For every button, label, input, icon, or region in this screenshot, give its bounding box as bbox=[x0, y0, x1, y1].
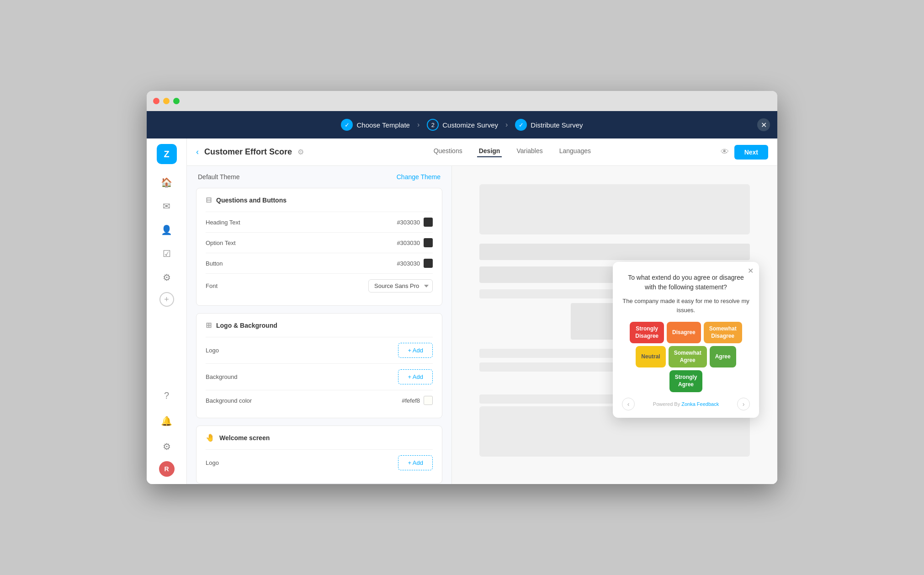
tab-languages[interactable]: Languages bbox=[558, 147, 593, 157]
heading-text-hex: #303030 bbox=[397, 219, 420, 226]
sub-header-tabs: Questions Design Variables Languages bbox=[432, 147, 593, 157]
option-somewhat-agree[interactable]: SomewhatAgree bbox=[669, 346, 707, 367]
option-text-row: Option Text #303030 bbox=[206, 232, 433, 253]
tab-design[interactable]: Design bbox=[477, 147, 502, 157]
option-strongly-disagree[interactable]: StronglyDisagree bbox=[630, 322, 664, 343]
next-button[interactable]: Next bbox=[734, 145, 768, 160]
sidebar-item-messages[interactable]: ✉ bbox=[156, 195, 178, 217]
theme-header: Default Theme Change Theme bbox=[196, 173, 442, 181]
sidebar-avatar[interactable]: R bbox=[159, 461, 175, 477]
option-strongly-agree[interactable]: StronglyAgree bbox=[669, 370, 703, 392]
popup-sub-question: The company made it easy for me to resol… bbox=[622, 297, 750, 314]
font-value: Source Sans Pro Roboto Open Sans bbox=[368, 279, 433, 293]
background-color-swatch[interactable] bbox=[424, 396, 433, 405]
sidebar-item-settings[interactable]: ⚙ bbox=[156, 436, 178, 458]
logo-background-card: ⊞ Logo & Background Logo + Add Backgroun… bbox=[196, 313, 442, 418]
step-customize-survey[interactable]: 2 Customize Survey bbox=[427, 119, 498, 131]
survey-popup: ✕ To what extend do you agree or disagre… bbox=[613, 262, 759, 418]
tab-variables[interactable]: Variables bbox=[515, 147, 544, 157]
sidebar-item-integrations[interactable]: ⚙ bbox=[156, 266, 178, 288]
sidebar-logo: Z bbox=[157, 144, 177, 164]
welcome-screen-header: 🤚 Welcome screen bbox=[206, 433, 433, 442]
sidebar-item-help[interactable]: ? bbox=[156, 384, 178, 406]
option-neutral[interactable]: Neutral bbox=[636, 346, 665, 367]
option-agree[interactable]: Agree bbox=[710, 346, 736, 367]
background-color-hex: #fefef8 bbox=[402, 397, 420, 404]
heading-text-label: Heading Text bbox=[206, 219, 240, 226]
heading-text-row: Heading Text #303030 bbox=[206, 212, 433, 232]
sidebar: Z 🏠 ✉ 👤 ☑ ⚙ + ? 🔔 ⚙ R bbox=[147, 138, 187, 484]
background-color-label: Background color bbox=[206, 397, 252, 404]
option-text-hex: #303030 bbox=[397, 240, 420, 246]
tab-questions[interactable]: Questions bbox=[432, 147, 464, 157]
popup-prev-button[interactable]: ‹ bbox=[622, 398, 635, 410]
minimize-button[interactable] bbox=[163, 98, 170, 104]
button-label: Button bbox=[206, 260, 223, 267]
mac-window: ✓ Choose Template › 2 Customize Survey ›… bbox=[147, 91, 777, 484]
popup-options: StronglyDisagree Disagree SomewhatDisagr… bbox=[622, 322, 750, 392]
sidebar-item-notifications[interactable]: 🔔 bbox=[156, 410, 178, 432]
sub-header-left: ‹ Customer Effort Score ⚙ bbox=[196, 147, 304, 157]
app-body: ✓ Choose Template › 2 Customize Survey ›… bbox=[147, 111, 777, 484]
step3-check-icon: ✓ bbox=[515, 119, 527, 131]
step3-label: Distribute Survey bbox=[531, 121, 583, 129]
step2-label: Customize Survey bbox=[442, 121, 498, 129]
logo-background-title: Logo & Background bbox=[216, 322, 277, 329]
step-distribute-survey[interactable]: ✓ Distribute Survey bbox=[515, 119, 583, 131]
settings-icon[interactable]: ⚙ bbox=[297, 148, 304, 156]
welcome-logo-add-button[interactable]: + Add bbox=[398, 455, 433, 470]
topnav-close-button[interactable]: ✕ bbox=[757, 118, 770, 131]
back-button[interactable]: ‹ bbox=[196, 147, 199, 157]
maximize-button[interactable] bbox=[173, 98, 180, 104]
sidebar-add-button[interactable]: + bbox=[159, 292, 174, 307]
sidebar-item-contacts[interactable]: 👤 bbox=[156, 219, 178, 241]
mock-block-1 bbox=[479, 184, 750, 234]
mac-titlebar bbox=[147, 91, 777, 111]
option-disagree[interactable]: Disagree bbox=[667, 322, 701, 343]
font-label: Font bbox=[206, 282, 218, 289]
step2-number: 2 bbox=[427, 119, 439, 131]
page-title: Customer Effort Score bbox=[204, 147, 292, 157]
option-text-label: Option Text bbox=[206, 240, 236, 246]
step-choose-template[interactable]: ✓ Choose Template bbox=[341, 119, 409, 131]
popup-footer: ‹ Powered By Zonka Feedback › bbox=[622, 398, 750, 410]
popup-powered: Powered By Zonka Feedback bbox=[635, 401, 737, 407]
questions-buttons-icon: ⊟ bbox=[206, 196, 212, 204]
button-row: Button #303030 bbox=[206, 253, 433, 273]
background-label: Background bbox=[206, 373, 237, 380]
preview-panel: ✕ To what extend do you agree or disagre… bbox=[452, 166, 777, 484]
two-col: Default Theme Change Theme ⊟ Questions a… bbox=[187, 166, 777, 484]
button-hex: #303030 bbox=[397, 260, 420, 267]
main-content: Z 🏠 ✉ 👤 ☑ ⚙ + ? 🔔 ⚙ R ‹ bbox=[147, 138, 777, 484]
change-theme-button[interactable]: Change Theme bbox=[397, 173, 441, 181]
option-text-value: #303030 bbox=[397, 238, 433, 247]
mock-line-1 bbox=[479, 244, 750, 260]
welcome-screen-card: 🤚 Welcome screen Logo + Add bbox=[196, 426, 442, 484]
popup-close-button[interactable]: ✕ bbox=[748, 266, 754, 275]
popup-next-button[interactable]: › bbox=[737, 398, 750, 410]
logo-background-icon: ⊞ bbox=[206, 321, 212, 330]
questions-buttons-card: ⊟ Questions and Buttons Heading Text #30… bbox=[196, 188, 442, 306]
logo-label: Logo bbox=[206, 347, 219, 354]
font-row: Font Source Sans Pro Roboto Open Sans bbox=[206, 273, 433, 298]
preview-icon[interactable]: 👁 bbox=[721, 147, 729, 157]
font-select[interactable]: Source Sans Pro Roboto Open Sans bbox=[368, 279, 433, 293]
background-add-button[interactable]: + Add bbox=[398, 369, 433, 384]
background-color-row: Background color #fefef8 bbox=[206, 390, 433, 410]
powered-by-link[interactable]: Zonka Feedback bbox=[681, 401, 719, 407]
settings-panel: Default Theme Change Theme ⊟ Questions a… bbox=[187, 166, 452, 484]
option-somewhat-disagree[interactable]: SomewhatDisagree bbox=[704, 322, 742, 343]
logo-add-button[interactable]: + Add bbox=[398, 343, 433, 358]
option-text-swatch[interactable] bbox=[424, 238, 433, 247]
welcome-screen-icon: 🤚 bbox=[206, 433, 215, 442]
button-value: #303030 bbox=[397, 259, 433, 268]
close-button[interactable] bbox=[153, 98, 159, 104]
separator-1: › bbox=[417, 121, 420, 129]
welcome-screen-title: Welcome screen bbox=[219, 434, 270, 442]
theme-label: Default Theme bbox=[198, 173, 240, 181]
button-swatch[interactable] bbox=[424, 259, 433, 268]
logo-background-header: ⊞ Logo & Background bbox=[206, 321, 433, 330]
sidebar-item-surveys[interactable]: ☑ bbox=[156, 243, 178, 265]
heading-text-swatch[interactable] bbox=[424, 218, 433, 227]
sidebar-item-home[interactable]: 🏠 bbox=[156, 171, 178, 193]
